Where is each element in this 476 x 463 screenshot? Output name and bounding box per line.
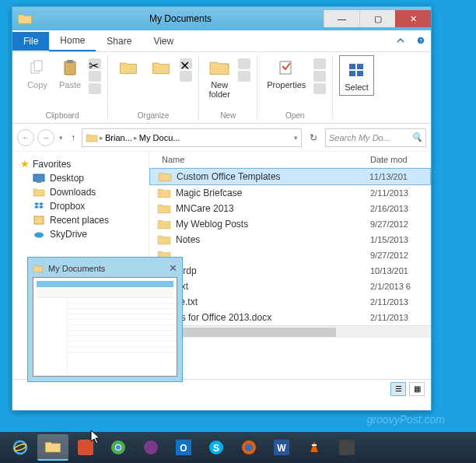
breadcrumb-part[interactable]: My Docu... bbox=[139, 133, 180, 142]
ribbon: Copy Paste ✂ Clipboard ✕ bbox=[12, 52, 431, 124]
search-input[interactable]: Search My Do... 🔍 bbox=[325, 128, 426, 147]
nav-bar: ← → ▾ ↑ ▸ Brian... ▸ My Docu... ▾ ↻ Sear… bbox=[12, 124, 431, 152]
easy-access-icon[interactable] bbox=[238, 71, 250, 82]
file-row[interactable]: Custom Office Templates11/13/201 bbox=[149, 168, 431, 185]
scroll-thumb[interactable] bbox=[180, 328, 336, 337]
column-date[interactable]: Date mod bbox=[370, 155, 431, 164]
open-icon[interactable] bbox=[313, 58, 326, 69]
details-view-button[interactable]: ☰ bbox=[390, 382, 406, 396]
file-row[interactable]: es for Office 2013.docx2/11/2013 bbox=[149, 310, 431, 325]
new-folder-button[interactable]: New folder bbox=[205, 55, 233, 100]
thumbnail-title: My Documents bbox=[48, 264, 105, 273]
group-open-label: Open bbox=[285, 111, 304, 120]
taskbar-explorer[interactable] bbox=[37, 434, 68, 461]
sidebar-item-recent[interactable]: Recent places bbox=[16, 213, 145, 227]
breadcrumb-part[interactable]: Brian... bbox=[105, 133, 132, 142]
file-date: 10/13/201 bbox=[370, 266, 431, 275]
close-button[interactable]: ✕ bbox=[395, 10, 431, 27]
horizontal-scrollbar[interactable] bbox=[149, 325, 431, 338]
new-mini-buttons[interactable] bbox=[238, 55, 250, 82]
icons-view-button[interactable]: ▦ bbox=[409, 382, 425, 396]
edit-icon[interactable] bbox=[313, 71, 326, 82]
address-bar[interactable]: ▸ Brian... ▸ My Docu... ▾ bbox=[82, 128, 302, 147]
taskbar-app-2[interactable] bbox=[135, 434, 166, 461]
tab-home[interactable]: Home bbox=[49, 31, 96, 51]
history-icon[interactable] bbox=[313, 83, 326, 94]
paste-button[interactable]: Paste bbox=[56, 55, 84, 91]
delete-icon[interactable]: ✕ bbox=[180, 58, 192, 69]
cut-icon[interactable]: ✂ bbox=[89, 58, 101, 69]
clipboard-mini-buttons[interactable]: ✂ bbox=[89, 55, 101, 94]
up-button[interactable]: ↑ bbox=[68, 132, 79, 143]
ribbon-collapse-icon[interactable] bbox=[390, 35, 411, 47]
taskbar-vlc[interactable] bbox=[299, 434, 330, 461]
file-row[interactable]: 9/27/2012 bbox=[149, 247, 431, 263]
svg-text:W: W bbox=[277, 443, 286, 454]
taskbar-app-3[interactable] bbox=[331, 434, 362, 461]
taskbar-app-1[interactable] bbox=[70, 434, 101, 461]
svg-text:?: ? bbox=[419, 38, 422, 44]
properties-button[interactable]: Properties bbox=[264, 55, 309, 91]
select-button[interactable]: Select bbox=[339, 55, 374, 96]
copy-button[interactable]: Copy bbox=[23, 55, 51, 91]
tab-share[interactable]: Share bbox=[96, 32, 142, 51]
column-name[interactable]: Name bbox=[149, 155, 370, 164]
taskbar-ie[interactable] bbox=[5, 434, 36, 461]
favorites-heading[interactable]: ★ Favorites bbox=[16, 156, 145, 171]
refresh-button[interactable]: ↻ bbox=[305, 132, 322, 143]
folder-icon bbox=[157, 218, 171, 230]
file-date: 9/27/2012 bbox=[370, 251, 431, 260]
back-button[interactable]: ← bbox=[17, 129, 34, 146]
sidebar-item-skydrive[interactable]: SkyDrive bbox=[16, 227, 145, 241]
file-row[interactable]: ile.txt2/11/2013 bbox=[149, 294, 431, 310]
taskbar-skype[interactable]: S bbox=[201, 434, 232, 461]
file-date: 11/13/201 bbox=[369, 172, 430, 181]
move-to-button[interactable] bbox=[114, 55, 142, 82]
copy-to-icon bbox=[150, 57, 172, 79]
titlebar[interactable]: My Documents — ▢ ✕ bbox=[12, 7, 431, 30]
tab-view[interactable]: View bbox=[142, 32, 184, 51]
file-row[interactable]: .txt2/1/2013 6 bbox=[149, 279, 431, 294]
taskbar-thumbnail-preview[interactable]: My Documents ✕ bbox=[27, 257, 183, 382]
open-mini-buttons[interactable] bbox=[313, 55, 326, 94]
dropdown-icon[interactable]: ▾ bbox=[294, 134, 298, 142]
taskbar-chrome[interactable] bbox=[103, 434, 134, 461]
copy-to-button[interactable] bbox=[147, 55, 175, 82]
file-row[interactable]: Notes1/15/2013 bbox=[149, 232, 431, 247]
folder-icon bbox=[17, 11, 33, 26]
rename-icon[interactable] bbox=[180, 71, 192, 82]
watermark: groovyPost.com bbox=[367, 413, 445, 426]
maximize-button[interactable]: ▢ bbox=[359, 10, 395, 27]
file-row[interactable]: Magic Briefcase2/11/2013 bbox=[149, 185, 431, 201]
history-dropdown[interactable]: ▾ bbox=[58, 134, 65, 142]
properties-icon bbox=[275, 57, 297, 79]
sidebar-item-desktop[interactable]: Desktop bbox=[16, 171, 145, 185]
group-new-label: New bbox=[220, 111, 236, 120]
organize-mini-buttons[interactable]: ✕ bbox=[180, 55, 192, 82]
file-name: Magic Briefcase bbox=[176, 188, 370, 198]
svg-rect-31 bbox=[312, 444, 317, 446]
copy-path-icon[interactable] bbox=[89, 71, 101, 82]
new-item-icon[interactable] bbox=[238, 58, 250, 69]
folder-icon bbox=[158, 170, 172, 183]
file-row[interactable]: MNCare 20132/16/2013 bbox=[149, 201, 431, 216]
sidebar-item-downloads[interactable]: Downloads bbox=[16, 185, 145, 199]
file-row[interactable]: My Weblog Posts9/27/2012 bbox=[149, 216, 431, 232]
taskbar-word[interactable]: W bbox=[266, 434, 297, 461]
chevron-icon: ▸ bbox=[100, 134, 103, 142]
folder-icon bbox=[157, 202, 171, 215]
help-icon[interactable]: ? bbox=[411, 35, 431, 47]
thumbnail-image[interactable] bbox=[33, 277, 177, 377]
file-row[interactable]: lt.rdp10/13/201 bbox=[149, 263, 431, 279]
svg-rect-13 bbox=[37, 181, 41, 183]
forward-button[interactable]: → bbox=[37, 129, 54, 146]
sidebar-item-dropbox[interactable]: Dropbox bbox=[16, 199, 145, 213]
chevron-icon: ▸ bbox=[134, 134, 138, 142]
column-headers[interactable]: Name Date mod bbox=[149, 152, 431, 168]
taskbar-outlook[interactable]: O bbox=[168, 434, 199, 461]
taskbar-firefox[interactable] bbox=[233, 434, 264, 461]
minimize-button[interactable]: — bbox=[324, 10, 359, 27]
tab-file[interactable]: File bbox=[12, 32, 49, 51]
paste-shortcut-icon[interactable] bbox=[89, 83, 101, 94]
thumbnail-close-button[interactable]: ✕ bbox=[169, 262, 177, 274]
